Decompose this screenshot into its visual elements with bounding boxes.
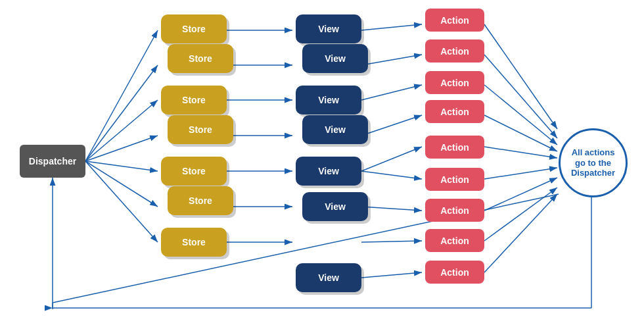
- view-label-6: View: [325, 201, 346, 212]
- action-label-7: Action: [440, 205, 469, 216]
- store-node-6: Store: [168, 186, 233, 215]
- action-label-6: Action: [440, 174, 469, 185]
- view-label-1: View: [318, 24, 339, 34]
- svg-line-27: [484, 85, 557, 145]
- svg-line-3: [85, 65, 158, 161]
- view-label-5: View: [318, 166, 339, 176]
- flux-diagram: Dispatcher Store Store Store Store Store…: [0, 0, 644, 331]
- action-node-1: Action: [425, 9, 484, 32]
- action-label-1: Action: [440, 15, 469, 26]
- store-label-4: Store: [189, 124, 212, 135]
- svg-line-20: [361, 147, 422, 171]
- svg-line-26: [484, 55, 557, 138]
- svg-line-23: [361, 241, 422, 242]
- action-node-6: Action: [425, 168, 484, 191]
- action-label-2: Action: [440, 46, 469, 57]
- action-node-9: Action: [425, 261, 484, 284]
- circle-label: All actions go to the Dispatcher: [567, 147, 619, 178]
- view-label-7: View: [318, 272, 339, 283]
- view-node-4: View: [302, 115, 368, 144]
- view-label-3: View: [318, 95, 339, 105]
- action-node-4: Action: [425, 100, 484, 123]
- svg-line-28: [484, 115, 557, 151]
- view-label-4: View: [325, 124, 346, 135]
- view-node-6: View: [302, 192, 368, 221]
- store-label-2: Store: [189, 53, 212, 64]
- svg-line-17: [361, 55, 422, 65]
- store-node-7: Store: [161, 228, 227, 257]
- svg-line-24: [361, 272, 422, 278]
- all-actions-circle: All actions go to the Dispatcher: [559, 128, 628, 197]
- svg-line-22: [361, 207, 422, 211]
- view-node-7: View: [296, 263, 361, 292]
- store-label-5: Store: [182, 166, 206, 176]
- store-label-1: Store: [182, 24, 206, 34]
- action-node-3: Action: [425, 71, 484, 94]
- svg-line-18: [361, 85, 422, 100]
- store-node-3: Store: [161, 86, 227, 115]
- action-label-5: Action: [440, 142, 469, 153]
- svg-line-16: [361, 24, 422, 30]
- svg-line-25: [484, 24, 557, 129]
- svg-line-8: [85, 161, 158, 242]
- svg-line-6: [85, 161, 158, 171]
- action-label-9: Action: [440, 267, 469, 278]
- action-node-8: Action: [425, 229, 484, 252]
- action-node-7: Action: [425, 199, 484, 222]
- view-node-3: View: [296, 86, 361, 115]
- svg-line-33: [484, 194, 557, 272]
- svg-line-2: [85, 30, 158, 161]
- svg-line-4: [85, 100, 158, 161]
- store-node-1: Store: [161, 14, 227, 43]
- action-node-2: Action: [425, 39, 484, 63]
- action-label-8: Action: [440, 236, 469, 246]
- action-label-3: Action: [440, 78, 469, 88]
- svg-line-30: [484, 168, 557, 179]
- svg-line-32: [484, 188, 557, 241]
- store-node-2: Store: [168, 44, 233, 73]
- store-label-6: Store: [189, 195, 212, 206]
- view-node-2: View: [302, 44, 368, 73]
- view-node-1: View: [296, 14, 361, 43]
- store-node-5: Store: [161, 157, 227, 186]
- store-label-7: Store: [182, 237, 206, 247]
- svg-line-21: [361, 171, 422, 179]
- svg-line-5: [85, 136, 158, 161]
- dispatcher-label: Dispatcher: [29, 156, 76, 166]
- action-node-5: Action: [425, 136, 484, 159]
- action-label-4: Action: [440, 107, 469, 117]
- svg-line-29: [484, 147, 557, 158]
- view-label-2: View: [325, 53, 346, 64]
- svg-line-31: [484, 178, 557, 211]
- dispatcher-node: Dispatcher: [20, 145, 85, 178]
- store-label-3: Store: [182, 95, 206, 105]
- store-node-4: Store: [168, 115, 233, 144]
- svg-line-7: [85, 161, 158, 207]
- svg-line-19: [361, 115, 422, 136]
- view-node-5: View: [296, 157, 361, 186]
